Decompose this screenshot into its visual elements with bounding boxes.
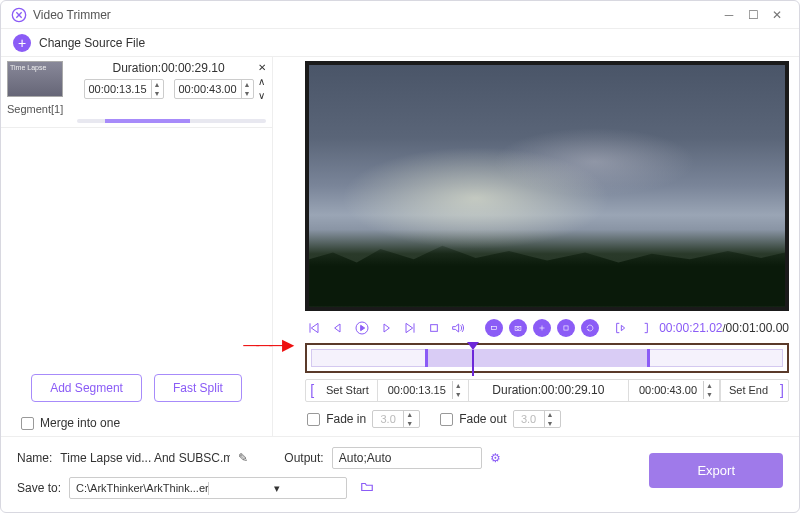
preview-panel: 00:00:21.02/00:01:00.00 ———▶ [ Set Start… (273, 57, 799, 436)
loop-icon[interactable] (581, 319, 599, 337)
timeline-playhead[interactable] (467, 342, 479, 350)
source-bar: + Change Source File (1, 29, 799, 57)
name-input[interactable] (60, 451, 230, 466)
timeline-selection[interactable] (425, 349, 651, 367)
add-segment-button[interactable]: Add Segment (31, 374, 142, 402)
spin-down-icon[interactable]: ▼ (545, 419, 556, 428)
player-controls: 00:00:21.02/00:01:00.00 (305, 317, 789, 339)
titlebar: Video Trimmer ─ ☐ ✕ (1, 1, 799, 29)
fade-in-label: Fade in (326, 412, 366, 426)
play-icon[interactable] (353, 319, 371, 337)
segment-item[interactable]: Time Lapse Duration:00:00:29.10 ▲▼ ▲▼ (1, 57, 272, 128)
spin-up-icon[interactable]: ▲ (453, 381, 464, 390)
snapshot-icon[interactable] (509, 319, 527, 337)
prev-frame-icon[interactable] (329, 319, 347, 337)
playhead-time: 00:00:21.02/00:01:00.00 (659, 321, 789, 335)
trim-end-input[interactable]: ▲▼ (629, 380, 720, 401)
spin-down-icon[interactable]: ▼ (152, 89, 163, 98)
trim-duration-label: Duration:00:00:29.10 (469, 380, 629, 401)
merge-label: Merge into one (40, 416, 120, 430)
spin-up-icon[interactable]: ▲ (404, 410, 415, 419)
save-to-label: Save to: (17, 481, 61, 495)
fade-in-checkbox[interactable] (307, 413, 320, 426)
mark-out-icon[interactable] (635, 319, 653, 337)
segment-up-icon[interactable]: ∧ (258, 75, 266, 87)
segment-down-icon[interactable]: ∨ (258, 89, 266, 101)
segment-close-icon[interactable]: ✕ (258, 61, 266, 73)
volume-icon[interactable] (449, 319, 467, 337)
svg-rect-6 (564, 325, 568, 329)
timeline[interactable] (305, 343, 789, 373)
fade-out-label: Fade out (459, 412, 506, 426)
set-start-button[interactable]: Set Start (318, 380, 378, 401)
spin-up-icon[interactable]: ▲ (242, 80, 253, 89)
copy-icon[interactable] (557, 319, 575, 337)
dropdown-icon[interactable]: ▾ (208, 482, 347, 495)
fade-in-input[interactable]: ▲▼ (372, 410, 420, 428)
segment-duration-label: Duration:00:00:29.10 (71, 61, 266, 75)
bracket-left-icon: [ (306, 382, 318, 398)
svg-rect-3 (492, 326, 497, 329)
export-button[interactable]: Export (649, 453, 783, 488)
bracket-right-icon: ] (776, 382, 788, 398)
aspect-icon[interactable] (485, 319, 503, 337)
stop-icon[interactable] (425, 319, 443, 337)
segments-panel: Time Lapse Duration:00:00:29.10 ▲▼ ▲▼ (1, 57, 273, 436)
set-end-button[interactable]: Set End (720, 380, 776, 401)
save-path-select[interactable]: C:\ArkThinker\ArkThink...erter Ultimate\… (69, 477, 347, 499)
change-source-label: Change Source File (39, 36, 145, 50)
segment-end-input[interactable]: ▲▼ (174, 79, 254, 99)
mark-in-icon[interactable] (611, 319, 629, 337)
add-icon[interactable] (533, 319, 551, 337)
app-logo-icon (11, 7, 27, 23)
name-label: Name: (17, 451, 52, 465)
close-button[interactable]: ✕ (765, 3, 789, 27)
trim-start-input[interactable]: ▲▼ (378, 380, 469, 401)
spin-down-icon[interactable]: ▼ (704, 390, 715, 399)
spin-down-icon[interactable]: ▼ (453, 390, 464, 399)
next-frame-icon[interactable] (377, 319, 395, 337)
spin-up-icon[interactable]: ▲ (545, 410, 556, 419)
output-format-select[interactable]: Auto;Auto (332, 447, 482, 469)
output-label: Output: (284, 451, 323, 465)
spin-up-icon[interactable]: ▲ (152, 80, 163, 89)
segment-mini-track (77, 119, 266, 123)
minimize-button[interactable]: ─ (717, 3, 741, 27)
svg-rect-2 (431, 324, 438, 331)
segment-label: Segment[1] (7, 103, 266, 115)
fade-out-checkbox[interactable] (440, 413, 453, 426)
goto-start-icon[interactable] (305, 319, 323, 337)
svg-point-5 (517, 327, 520, 330)
spin-down-icon[interactable]: ▼ (404, 419, 415, 428)
segment-start-input[interactable]: ▲▼ (84, 79, 164, 99)
fade-out-input[interactable]: ▲▼ (513, 410, 561, 428)
spin-up-icon[interactable]: ▲ (704, 381, 715, 390)
open-folder-icon[interactable] (359, 480, 375, 497)
timeline-track[interactable] (311, 349, 783, 367)
segment-thumbnail: Time Lapse (7, 61, 63, 97)
fast-split-button[interactable]: Fast Split (154, 374, 242, 402)
goto-end-icon[interactable] (401, 319, 419, 337)
app-title: Video Trimmer (33, 8, 717, 22)
footer: Name: ✎ Output: Auto;Auto ⚙ Save to: C:\… (1, 436, 799, 512)
change-source-button[interactable]: + (13, 34, 31, 52)
maximize-button[interactable]: ☐ (741, 3, 765, 27)
annotation-arrow-icon: ———▶ (243, 335, 291, 354)
output-settings-icon[interactable]: ⚙ (490, 451, 501, 465)
edit-name-icon[interactable]: ✎ (238, 451, 248, 465)
trim-bar: [ Set Start ▲▼ Duration:00:00:29.10 ▲▼ S… (305, 379, 789, 402)
spin-down-icon[interactable]: ▼ (242, 89, 253, 98)
merge-checkbox[interactable] (21, 417, 34, 430)
video-preview (305, 61, 789, 311)
